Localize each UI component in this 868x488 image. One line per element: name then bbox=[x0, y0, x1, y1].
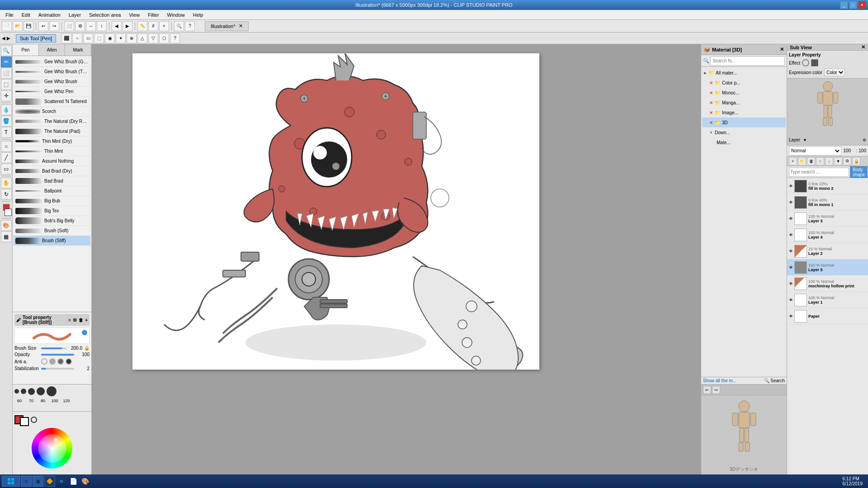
brush-item-7[interactable]: The Natural (Pad) bbox=[14, 127, 90, 136]
layer-eye-4[interactable]: 👁 bbox=[789, 249, 793, 253]
effect-circle[interactable] bbox=[802, 59, 809, 66]
taskbar-clipstudio[interactable]: 🎨 bbox=[80, 476, 90, 487]
tool-props-menu[interactable]: ≡ bbox=[68, 318, 71, 323]
sub-tool-btn-10[interactable]: ⬡ bbox=[159, 33, 169, 43]
size-circle-70[interactable] bbox=[21, 389, 26, 394]
opacity-slider[interactable] bbox=[41, 354, 74, 356]
color-wheel[interactable] bbox=[32, 428, 72, 469]
eraser-tool-button[interactable]: ⬜ bbox=[1, 68, 12, 79]
anti-opt-2[interactable] bbox=[49, 358, 56, 365]
hand-tool-button[interactable]: ✋ bbox=[1, 178, 12, 188]
redo-button[interactable]: ↪ bbox=[49, 21, 59, 31]
sub-tool-btn-9[interactable]: ▽ bbox=[148, 33, 158, 43]
menu-filter[interactable]: Filter bbox=[144, 11, 162, 19]
model-tool-1[interactable]: ↩ bbox=[703, 386, 711, 394]
move-up-button[interactable]: ↑ bbox=[816, 157, 824, 165]
minimize-button[interactable]: _ bbox=[840, 1, 848, 9]
anti-opt-1[interactable] bbox=[41, 358, 47, 365]
brush-item-1[interactable]: Gee Whiz Brush (Thin Ink) bbox=[14, 67, 90, 77]
brush-item-thin-dry[interactable]: Thin Mint (Dry) bbox=[14, 136, 90, 146]
layer-row-4[interactable]: 👁 15 % Normal Layer 2 bbox=[787, 243, 868, 259]
sub-tool-btn-6[interactable]: ✦ bbox=[116, 33, 126, 43]
anti-opt-4[interactable] bbox=[66, 358, 72, 365]
layer-eye-3[interactable]: 👁 bbox=[789, 233, 793, 237]
zoom-tool-button[interactable]: 🔍 bbox=[1, 45, 12, 56]
flip-button[interactable]: ↔ bbox=[86, 21, 96, 31]
sub-view-close[interactable]: ✕ bbox=[861, 44, 865, 50]
size-circle-120[interactable] bbox=[47, 386, 57, 396]
rotate-view-button[interactable]: ↻ bbox=[1, 189, 12, 200]
layer-eye-7[interactable]: 👁 bbox=[789, 298, 793, 302]
fill-tool-button[interactable]: 🪣 bbox=[1, 116, 12, 127]
tree-item-3d[interactable]: ✕ 📁 3D bbox=[702, 117, 786, 127]
sub-tool-btn-3[interactable]: ▭ bbox=[83, 33, 93, 43]
prev-page-button[interactable]: ◀ bbox=[112, 21, 122, 31]
model-tool-2[interactable]: ↪ bbox=[712, 386, 720, 394]
brush-item-15[interactable]: Big Tex bbox=[14, 206, 90, 216]
tree-item-color[interactable]: ✕ 📁 Color p... bbox=[702, 78, 786, 88]
zoom-in-button[interactable]: 🔍 bbox=[174, 21, 184, 31]
brush-tab-allen[interactable]: Allen bbox=[39, 44, 65, 56]
frame-tool-button[interactable]: ▭ bbox=[1, 164, 12, 174]
grid-button[interactable]: # bbox=[148, 21, 158, 31]
sub-tool-btn-8[interactable]: △ bbox=[137, 33, 147, 43]
merge-button[interactable]: ▼ bbox=[834, 157, 842, 165]
move-tool-button[interactable]: ✛ bbox=[1, 90, 12, 101]
layer-row-6[interactable]: 👁 100 % Normal mochiniray hollow print bbox=[787, 276, 868, 292]
task-view-button[interactable]: ⊞ bbox=[33, 476, 43, 487]
anti-opt-3[interactable] bbox=[57, 358, 64, 365]
brush-item-10[interactable]: Assumi Nothing bbox=[14, 156, 90, 166]
brush-item-thin[interactable]: Thin Mint bbox=[14, 146, 90, 156]
material-search-input[interactable] bbox=[710, 56, 785, 66]
sub-tool-btn-7[interactable]: ⊕ bbox=[127, 33, 137, 43]
brush-item-11[interactable]: Bad Brad (Dry) bbox=[14, 166, 90, 176]
brush-item-6[interactable]: The Natural (Dry RNG) bbox=[14, 117, 90, 127]
sub-tool-label[interactable]: Sub Tool [Pen] bbox=[16, 34, 56, 42]
material-panel-close[interactable]: ✕ bbox=[780, 47, 784, 52]
effect-square[interactable] bbox=[811, 59, 818, 66]
menu-edit[interactable]: Edit bbox=[18, 11, 34, 19]
layer-eye-1[interactable]: 👁 bbox=[789, 200, 793, 205]
expression-color-select[interactable]: Color bbox=[824, 68, 845, 76]
taskbar-documents[interactable]: 📄 bbox=[68, 476, 79, 487]
tree-item-all[interactable]: ▶ 📁 All mater... bbox=[702, 68, 786, 78]
menu-help[interactable]: Help bbox=[189, 11, 207, 19]
new-button[interactable]: 📄 bbox=[2, 21, 12, 31]
brush-preview-settings[interactable] bbox=[82, 330, 87, 335]
canvas-settings-button[interactable]: ⚙ bbox=[75, 21, 85, 31]
material-show-all[interactable]: Show all the m... bbox=[703, 378, 736, 383]
blend-mode-select[interactable]: Normal bbox=[789, 146, 841, 155]
open-button[interactable]: 📂 bbox=[13, 21, 23, 31]
stabilization-slider[interactable] bbox=[41, 368, 74, 370]
tree-item-down[interactable]: ▼ Down... bbox=[702, 127, 786, 137]
brush-item-13[interactable]: Ballpoint bbox=[14, 186, 90, 196]
material-search-btn[interactable]: 🔍 Search bbox=[764, 378, 785, 383]
tool-props-settings[interactable]: ⚙ bbox=[73, 318, 77, 323]
brush-size-lock[interactable]: 🔒 bbox=[84, 346, 90, 351]
next-page-button[interactable]: ▶ bbox=[123, 21, 132, 31]
layer-row-7[interactable]: 👁 100 % Normal Layer 1 bbox=[787, 292, 868, 308]
brush-item-16[interactable]: Bob's Big Belly bbox=[14, 216, 90, 226]
layer-row-3[interactable]: 👁 100 % Normal Layer 4 bbox=[787, 227, 868, 243]
tree-item-image[interactable]: ✕ 📁 Image... bbox=[702, 108, 786, 117]
sub-tool-btn-4[interactable]: ⬚ bbox=[94, 33, 104, 43]
shape-tool-button[interactable]: ○ bbox=[1, 141, 12, 152]
brush-item-14[interactable]: Big Bub bbox=[14, 196, 90, 206]
brush-item-12[interactable]: Bad Brad bbox=[14, 176, 90, 186]
sub-tool-btn-5[interactable]: ◉ bbox=[105, 33, 115, 43]
document-close-icon[interactable]: ✕ bbox=[239, 23, 243, 29]
sub-tool-btn-1[interactable]: ⬛ bbox=[61, 33, 71, 43]
pen-tool-button[interactable]: ✏ bbox=[1, 56, 12, 67]
layer-row-0[interactable]: 👁 0 line 22% fill in mono 2 bbox=[787, 178, 868, 194]
brush-tab-pen[interactable]: Pen bbox=[13, 44, 39, 56]
size-circle-100[interactable] bbox=[37, 387, 45, 395]
gradient-button[interactable]: ▦ bbox=[1, 231, 12, 242]
layer-row-5[interactable]: 👁 100 % Normal Layer 5 bbox=[787, 259, 868, 276]
select-tool-button[interactable]: ⬚ bbox=[1, 79, 12, 90]
brush-item-4[interactable]: Scattered 'N Tattered bbox=[14, 97, 90, 107]
color-fg-indicator[interactable] bbox=[31, 417, 37, 423]
new-folder-button[interactable]: 📁 bbox=[798, 157, 806, 165]
layer-panel-tab-2[interactable]: ▼ bbox=[803, 138, 807, 142]
lock-button[interactable]: 🔒 bbox=[852, 157, 860, 165]
tree-item-manga[interactable]: ✕ 📁 Manga... bbox=[702, 98, 786, 108]
